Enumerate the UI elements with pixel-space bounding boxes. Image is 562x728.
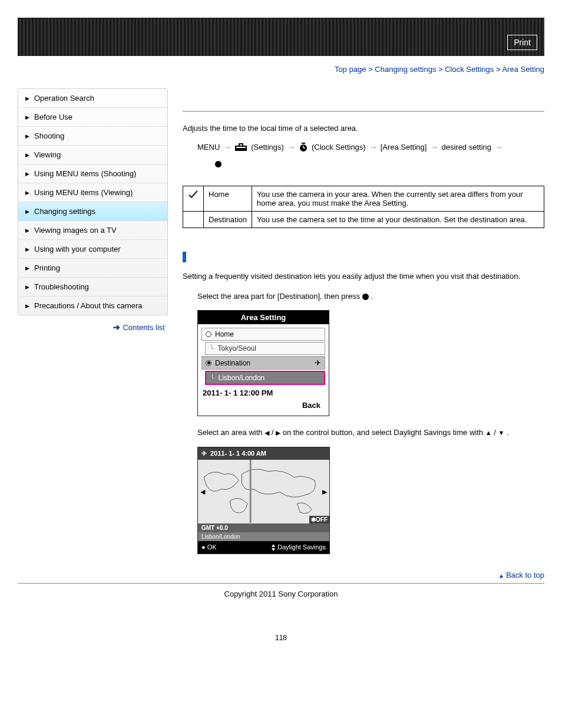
arrow-right-icon: → — [430, 140, 438, 155]
control-button-icon — [362, 294, 369, 300]
svg-rect-1 — [239, 144, 243, 146]
breadcrumb-clock-settings[interactable]: Clock Settings — [445, 65, 494, 74]
checkmark-icon — [188, 190, 199, 199]
radio-icon — [206, 360, 211, 366]
table-row: Destination You use the camera set to th… — [183, 212, 544, 228]
dst-off-badge: ✽OFF — [309, 516, 329, 523]
arrow-right-icon: → — [369, 140, 377, 155]
location-label: Lisbon/London — [198, 532, 329, 541]
caret-icon: ▶ — [25, 114, 29, 120]
world-map: ◀ ▶ ✽OFF — [198, 460, 329, 523]
divider — [183, 111, 544, 112]
menu-path: MENU → (Settings) → (Clock Settings) → [… — [197, 140, 544, 155]
right-arrow-icon: ▶ — [322, 487, 327, 495]
left-arrow-icon: ◀ — [265, 429, 269, 436]
shot-dest-city: └Lisbon/London — [205, 371, 325, 385]
arrow-right-icon: ➔ — [113, 322, 120, 332]
gmt-label: GMT +0.0 — [198, 523, 329, 532]
header-bar: Print — [18, 18, 544, 56]
sidebar-item-precautions[interactable]: ▶Precautions / About this camera — [18, 297, 167, 315]
sidebar: ▶Operation Search ▶Before Use ▶Shooting … — [18, 88, 168, 315]
daylight-savings-label: Daylight Savings — [271, 543, 326, 551]
clock-icon — [299, 143, 308, 152]
timezone-map-screenshot: ✈2011- 1- 1 4:00 AM ◀ ▶ ✽OFF GMT +0.0 Li… — [197, 447, 330, 554]
up-arrow-icon: ▲ — [498, 572, 504, 579]
copyright: Copyright 2011 Sony Corporation — [18, 589, 544, 598]
caret-icon: ▶ — [25, 190, 29, 196]
back-to-top: ▲Back to top — [183, 571, 544, 579]
breadcrumb: Top page > Changing settings > Clock Set… — [18, 65, 544, 74]
caret-icon: ▶ — [25, 95, 29, 101]
step-2: Select an area with ◀ / ▶ on the control… — [197, 427, 544, 439]
svg-rect-2 — [236, 147, 246, 148]
section-marker — [183, 252, 186, 262]
dest-label: Destination — [204, 212, 252, 228]
sidebar-item-before-use[interactable]: ▶Before Use — [18, 108, 167, 127]
home-label: Home — [204, 186, 252, 212]
dest-desc: You use the camera set to the time at yo… — [252, 212, 544, 228]
shot-title: Area Setting — [198, 311, 329, 324]
section-text: Setting a frequently visited destination… — [183, 271, 544, 282]
up-arrow-icon: ▲ — [485, 429, 492, 436]
sidebar-item-changing-settings[interactable]: ▶Changing settings — [18, 202, 167, 221]
arrow-right-icon: → — [223, 140, 231, 155]
right-arrow-icon: ▶ — [276, 429, 280, 436]
footer-divider — [18, 583, 544, 584]
svg-rect-4 — [302, 143, 305, 144]
intro-text: Adjusts the time to the local time of a … — [183, 124, 544, 133]
page-number: 118 — [18, 634, 544, 642]
table-row: Home You use the camera in your area. Wh… — [183, 186, 544, 212]
caret-icon: ▶ — [25, 152, 29, 158]
sidebar-item-menu-viewing[interactable]: ▶Using MENU items (Viewing) — [18, 183, 167, 202]
breadcrumb-area-setting[interactable]: Area Setting — [502, 65, 544, 74]
print-button[interactable]: Print — [507, 35, 537, 50]
caret-icon: ▶ — [25, 209, 29, 215]
arrow-right-icon: → — [287, 140, 295, 155]
plane-icon: ✈ — [201, 450, 207, 457]
shot-date: 2011- 1- 1 12:00 PM — [201, 386, 325, 401]
sidebar-item-shooting[interactable]: ▶Shooting — [18, 127, 167, 146]
down-arrow-icon: ▼ — [498, 429, 504, 436]
sidebar-item-menu-shooting[interactable]: ▶Using MENU items (Shooting) — [18, 164, 167, 183]
plane-icon: ✈ — [315, 358, 321, 367]
left-arrow-icon: ◀ — [200, 487, 205, 495]
caret-icon: ▶ — [25, 265, 29, 271]
sidebar-item-viewing-tv[interactable]: ▶Viewing images on a TV — [18, 221, 167, 240]
caret-icon: ▶ — [25, 228, 29, 233]
shot-back: Back — [201, 401, 325, 413]
breadcrumb-top[interactable]: Top page — [335, 65, 366, 74]
caret-icon: ▶ — [25, 284, 29, 290]
radio-icon — [206, 331, 211, 337]
sidebar-item-operation-search[interactable]: ▶Operation Search — [18, 89, 167, 108]
checkmark-cell — [183, 186, 204, 212]
toolbox-icon — [234, 143, 247, 151]
step-1: Select the area part for [Destination], … — [197, 291, 544, 302]
main-content: Adjusts the time to the local time of a … — [183, 88, 544, 583]
shot-home-city: └Tokyo/Seoul — [205, 342, 325, 355]
sidebar-item-troubleshooting[interactable]: ▶Troubleshooting — [18, 278, 167, 297]
sidebar-item-computer[interactable]: ▶Using with your computer — [18, 240, 167, 259]
caret-icon: ▶ — [25, 133, 29, 139]
caret-icon: ▶ — [25, 246, 29, 252]
shot-dest-row: Destination✈ — [201, 356, 325, 370]
caret-icon: ▶ — [25, 171, 29, 177]
ok-label: ● OK — [201, 543, 217, 551]
breadcrumb-changing-settings[interactable]: Changing settings — [375, 65, 436, 74]
sidebar-item-printing[interactable]: ▶Printing — [18, 259, 167, 278]
area-setting-screenshot: Area Setting Home └Tokyo/Seoul Destinati… — [197, 310, 329, 416]
option-table: Home You use the camera in your area. Wh… — [183, 186, 544, 228]
control-button-icon — [215, 161, 222, 167]
shot-home-row: Home — [201, 328, 325, 341]
sidebar-item-viewing[interactable]: ▶Viewing — [18, 146, 167, 164]
contents-list-link: ➔Contents list — [18, 322, 165, 332]
home-desc: You use the camera in your area. When th… — [252, 186, 544, 212]
caret-icon: ▶ — [25, 303, 29, 309]
arrow-right-icon: → — [495, 140, 503, 155]
shot2-date: ✈2011- 1- 1 4:00 AM — [198, 447, 329, 460]
